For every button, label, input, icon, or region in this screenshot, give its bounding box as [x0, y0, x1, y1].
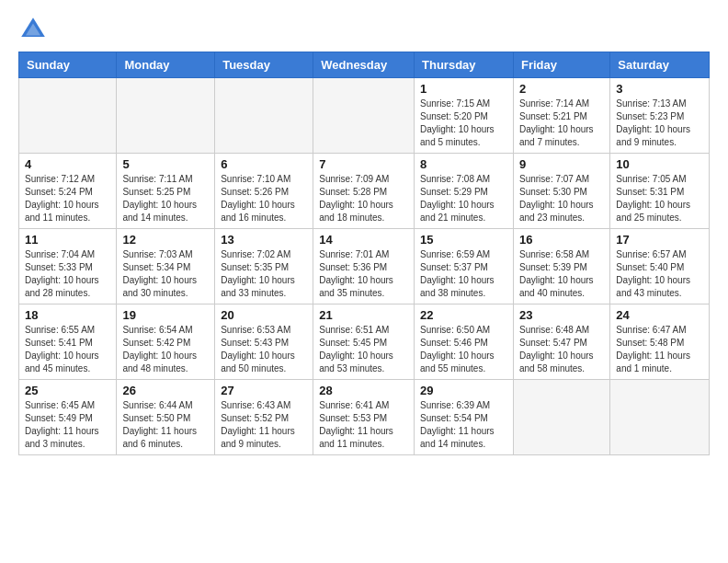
day-info: Sunrise: 7:08 AM Sunset: 5:29 PM Dayligh… — [420, 173, 507, 224]
col-header-saturday: Saturday — [610, 52, 710, 78]
day-cell: 13Sunrise: 7:02 AM Sunset: 5:35 PM Dayli… — [215, 229, 313, 304]
day-info: Sunrise: 6:58 AM Sunset: 5:39 PM Dayligh… — [519, 248, 604, 300]
day-cell: 21Sunrise: 6:51 AM Sunset: 5:45 PM Dayli… — [313, 304, 415, 380]
week-row-4: 18Sunrise: 6:55 AM Sunset: 5:41 PM Dayli… — [19, 304, 710, 380]
day-number: 27 — [221, 384, 307, 397]
day-info: Sunrise: 6:57 AM Sunset: 5:40 PM Dayligh… — [616, 248, 703, 300]
day-number: 5 — [122, 157, 209, 171]
day-cell — [513, 380, 609, 455]
day-cell: 16Sunrise: 6:58 AM Sunset: 5:39 PM Dayli… — [513, 229, 609, 304]
day-cell: 28Sunrise: 6:41 AM Sunset: 5:53 PM Dayli… — [313, 380, 415, 455]
day-info: Sunrise: 6:43 AM Sunset: 5:52 PM Dayligh… — [221, 399, 307, 451]
day-number: 19 — [122, 308, 209, 322]
day-info: Sunrise: 6:48 AM Sunset: 5:47 PM Dayligh… — [519, 324, 604, 375]
logo-icon — [18, 15, 48, 44]
day-number: 13 — [221, 233, 307, 247]
day-number: 12 — [122, 233, 209, 247]
week-row-1: 1Sunrise: 7:15 AM Sunset: 5:20 PM Daylig… — [19, 78, 710, 154]
day-info: Sunrise: 7:11 AM Sunset: 5:25 PM Dayligh… — [122, 173, 209, 224]
day-info: Sunrise: 6:45 AM Sunset: 5:49 PM Dayligh… — [25, 399, 110, 451]
day-number: 15 — [420, 233, 507, 247]
day-info: Sunrise: 7:07 AM Sunset: 5:30 PM Dayligh… — [519, 173, 604, 224]
day-cell: 26Sunrise: 6:44 AM Sunset: 5:50 PM Dayli… — [117, 380, 215, 455]
day-number: 7 — [319, 157, 408, 171]
day-info: Sunrise: 7:04 AM Sunset: 5:33 PM Dayligh… — [25, 248, 110, 300]
day-number: 21 — [319, 308, 408, 322]
day-info: Sunrise: 6:47 AM Sunset: 5:48 PM Dayligh… — [616, 324, 703, 375]
day-number: 8 — [420, 157, 507, 171]
col-header-tuesday: Tuesday — [215, 52, 313, 78]
day-cell: 17Sunrise: 6:57 AM Sunset: 5:40 PM Dayli… — [610, 229, 710, 304]
day-number: 29 — [420, 384, 507, 397]
day-cell: 27Sunrise: 6:43 AM Sunset: 5:52 PM Dayli… — [215, 380, 313, 455]
day-info: Sunrise: 7:15 AM Sunset: 5:20 PM Dayligh… — [420, 98, 507, 149]
day-info: Sunrise: 6:55 AM Sunset: 5:41 PM Dayligh… — [25, 324, 110, 375]
day-cell: 10Sunrise: 7:05 AM Sunset: 5:31 PM Dayli… — [610, 154, 710, 229]
day-cell: 19Sunrise: 6:54 AM Sunset: 5:42 PM Dayli… — [117, 304, 215, 380]
day-cell: 20Sunrise: 6:53 AM Sunset: 5:43 PM Dayli… — [215, 304, 313, 380]
day-cell: 15Sunrise: 6:59 AM Sunset: 5:37 PM Dayli… — [415, 229, 514, 304]
day-info: Sunrise: 7:02 AM Sunset: 5:35 PM Dayligh… — [221, 248, 307, 300]
day-info: Sunrise: 6:50 AM Sunset: 5:46 PM Dayligh… — [420, 324, 507, 375]
day-info: Sunrise: 7:13 AM Sunset: 5:23 PM Dayligh… — [616, 98, 703, 149]
col-header-wednesday: Wednesday — [313, 52, 415, 78]
day-cell: 24Sunrise: 6:47 AM Sunset: 5:48 PM Dayli… — [610, 304, 710, 380]
day-number: 6 — [221, 157, 307, 171]
day-info: Sunrise: 6:53 AM Sunset: 5:43 PM Dayligh… — [221, 324, 307, 375]
day-number: 1 — [420, 82, 507, 96]
day-cell: 11Sunrise: 7:04 AM Sunset: 5:33 PM Dayli… — [19, 229, 117, 304]
day-cell: 18Sunrise: 6:55 AM Sunset: 5:41 PM Dayli… — [19, 304, 117, 380]
day-info: Sunrise: 7:05 AM Sunset: 5:31 PM Dayligh… — [616, 173, 703, 224]
day-number: 28 — [319, 384, 408, 397]
day-cell: 12Sunrise: 7:03 AM Sunset: 5:34 PM Dayli… — [117, 229, 215, 304]
day-number: 22 — [420, 308, 507, 322]
day-info: Sunrise: 7:09 AM Sunset: 5:28 PM Dayligh… — [319, 173, 408, 224]
day-cell — [117, 78, 215, 154]
day-cell — [610, 380, 710, 455]
day-cell: 9Sunrise: 7:07 AM Sunset: 5:30 PM Daylig… — [513, 154, 609, 229]
col-header-monday: Monday — [117, 52, 215, 78]
day-number: 18 — [25, 308, 110, 322]
day-info: Sunrise: 7:03 AM Sunset: 5:34 PM Dayligh… — [122, 248, 209, 300]
day-cell: 29Sunrise: 6:39 AM Sunset: 5:54 PM Dayli… — [415, 380, 514, 455]
day-number: 25 — [25, 384, 110, 397]
day-info: Sunrise: 6:39 AM Sunset: 5:54 PM Dayligh… — [420, 399, 507, 451]
day-number: 17 — [616, 233, 703, 247]
day-info: Sunrise: 6:44 AM Sunset: 5:50 PM Dayligh… — [122, 399, 209, 451]
header-row: SundayMondayTuesdayWednesdayThursdayFrid… — [19, 52, 710, 78]
day-number: 9 — [519, 157, 604, 171]
day-cell: 8Sunrise: 7:08 AM Sunset: 5:29 PM Daylig… — [415, 154, 514, 229]
day-number: 11 — [25, 233, 110, 247]
day-info: Sunrise: 7:14 AM Sunset: 5:21 PM Dayligh… — [519, 98, 604, 149]
day-cell — [215, 78, 313, 154]
day-number: 14 — [319, 233, 408, 247]
day-info: Sunrise: 7:10 AM Sunset: 5:26 PM Dayligh… — [221, 173, 307, 224]
week-row-5: 25Sunrise: 6:45 AM Sunset: 5:49 PM Dayli… — [19, 380, 710, 455]
col-header-thursday: Thursday — [415, 52, 514, 78]
day-info: Sunrise: 6:59 AM Sunset: 5:37 PM Dayligh… — [420, 248, 507, 300]
day-cell: 4Sunrise: 7:12 AM Sunset: 5:24 PM Daylig… — [19, 154, 117, 229]
week-row-3: 11Sunrise: 7:04 AM Sunset: 5:33 PM Dayli… — [19, 229, 710, 304]
day-cell: 6Sunrise: 7:10 AM Sunset: 5:26 PM Daylig… — [215, 154, 313, 229]
day-number: 4 — [25, 157, 110, 171]
day-cell: 23Sunrise: 6:48 AM Sunset: 5:47 PM Dayli… — [513, 304, 609, 380]
day-number: 2 — [519, 82, 604, 96]
day-cell: 22Sunrise: 6:50 AM Sunset: 5:46 PM Dayli… — [415, 304, 514, 380]
col-header-sunday: Sunday — [19, 52, 117, 78]
day-number: 23 — [519, 308, 604, 322]
day-cell — [19, 78, 117, 154]
day-number: 16 — [519, 233, 604, 247]
header — [18, 15, 710, 44]
day-info: Sunrise: 7:01 AM Sunset: 5:36 PM Dayligh… — [319, 248, 408, 300]
day-cell: 3Sunrise: 7:13 AM Sunset: 5:23 PM Daylig… — [610, 78, 710, 154]
day-cell: 1Sunrise: 7:15 AM Sunset: 5:20 PM Daylig… — [415, 78, 514, 154]
day-info: Sunrise: 6:54 AM Sunset: 5:42 PM Dayligh… — [122, 324, 209, 375]
day-number: 10 — [616, 157, 703, 171]
day-info: Sunrise: 6:41 AM Sunset: 5:53 PM Dayligh… — [319, 399, 408, 451]
day-cell: 2Sunrise: 7:14 AM Sunset: 5:21 PM Daylig… — [513, 78, 609, 154]
day-info: Sunrise: 7:12 AM Sunset: 5:24 PM Dayligh… — [25, 173, 110, 224]
day-cell: 14Sunrise: 7:01 AM Sunset: 5:36 PM Dayli… — [313, 229, 415, 304]
day-cell: 7Sunrise: 7:09 AM Sunset: 5:28 PM Daylig… — [313, 154, 415, 229]
day-cell — [313, 78, 415, 154]
day-info: Sunrise: 6:51 AM Sunset: 5:45 PM Dayligh… — [319, 324, 408, 375]
